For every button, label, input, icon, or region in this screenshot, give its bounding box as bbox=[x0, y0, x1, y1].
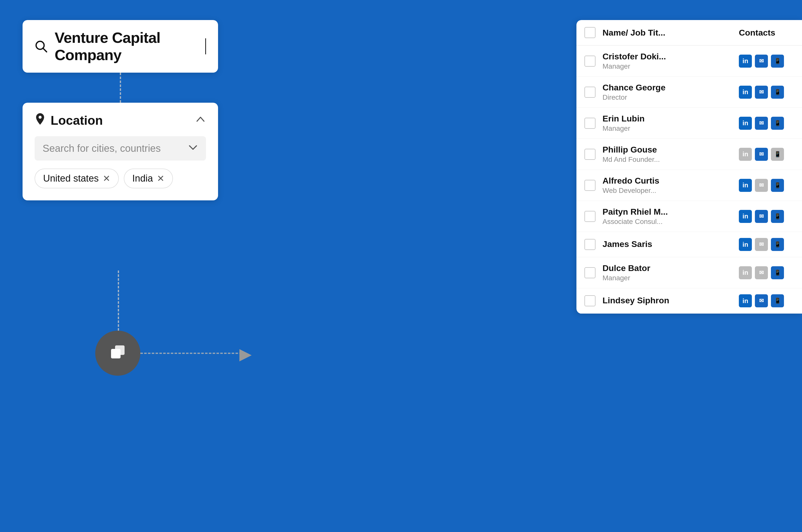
email-icon[interactable]: ✉ bbox=[755, 210, 768, 223]
contact-name: Alfredo Curtis bbox=[602, 176, 732, 186]
row-info: Dulce Bator Manager bbox=[602, 263, 732, 282]
location-header-left: Location bbox=[35, 113, 103, 128]
linkedin-icon[interactable]: in bbox=[739, 86, 752, 99]
row-checkbox[interactable] bbox=[584, 87, 596, 98]
contact-name: Dulce Bator bbox=[602, 263, 732, 273]
phone-icon[interactable]: 📱 bbox=[771, 55, 784, 68]
email-icon[interactable]: ✉ bbox=[755, 117, 768, 130]
tag-united-states[interactable]: United states ✕ bbox=[35, 169, 119, 188]
phone-icon[interactable]: 📱 bbox=[771, 266, 784, 279]
chevron-up-icon[interactable] bbox=[195, 114, 206, 127]
linkedin-icon[interactable]: in bbox=[739, 294, 752, 307]
location-title: Location bbox=[51, 113, 103, 128]
contact-name: James Saris bbox=[602, 239, 732, 249]
row-checkbox[interactable] bbox=[584, 118, 596, 129]
linkedin-icon[interactable]: in bbox=[739, 117, 752, 130]
linkedin-icon[interactable]: in bbox=[739, 238, 752, 251]
contact-icons: in ✉ 📱 bbox=[739, 238, 794, 251]
contact-title: Manager bbox=[602, 125, 732, 133]
search-icon bbox=[35, 40, 48, 53]
table-row: Lindsey Siphron in ✉ 📱 bbox=[576, 288, 802, 314]
linkedin-icon[interactable]: in bbox=[739, 55, 752, 68]
row-info: Alfredo Curtis Web Developer... bbox=[602, 176, 732, 195]
dashed-line-v1 bbox=[120, 73, 121, 103]
row-checkbox[interactable] bbox=[584, 56, 596, 66]
contact-title: Manager bbox=[602, 274, 732, 282]
chevron-down-icon bbox=[188, 142, 198, 154]
phone-icon[interactable]: 📱 bbox=[771, 179, 784, 192]
table-row: Erin Lubin Manager in ✉ 📱 bbox=[576, 108, 802, 139]
contact-name: Phillip Gouse bbox=[602, 145, 732, 154]
cursor bbox=[205, 38, 206, 54]
contact-icons: in ✉ 📱 bbox=[739, 148, 794, 161]
location-search-placeholder: Search for cities, countries bbox=[43, 143, 161, 154]
row-checkbox[interactable] bbox=[584, 295, 596, 306]
col-contacts-header: Contacts bbox=[739, 28, 794, 38]
row-info: Lindsey Siphron bbox=[602, 296, 732, 306]
svg-rect-3 bbox=[115, 345, 125, 355]
contact-icons: in ✉ 📱 bbox=[739, 210, 794, 223]
linkedin-icon[interactable]: in bbox=[739, 179, 752, 192]
phone-icon[interactable]: 📱 bbox=[771, 117, 784, 130]
table-row: Cristofer Doki... Manager in ✉ 📱 bbox=[576, 45, 802, 77]
header-select-all-checkbox[interactable] bbox=[584, 27, 596, 38]
contact-icons: in ✉ 📱 bbox=[739, 266, 794, 279]
table-row: James Saris in ✉ 📱 bbox=[576, 232, 802, 257]
row-info: Cristofer Doki... Manager bbox=[602, 52, 732, 70]
phone-icon[interactable]: 📱 bbox=[771, 86, 784, 99]
row-checkbox[interactable] bbox=[584, 149, 596, 160]
location-tags: United states ✕ India ✕ bbox=[35, 169, 206, 188]
contact-title: Md And Founder... bbox=[602, 155, 732, 164]
row-info: Phillip Gouse Md And Founder... bbox=[602, 145, 732, 164]
row-checkbox[interactable] bbox=[584, 211, 596, 222]
connector-search-to-location bbox=[22, 73, 218, 103]
phone-icon[interactable]: 📱 bbox=[771, 210, 784, 223]
linkedin-icon-inactive[interactable]: in bbox=[739, 148, 752, 161]
table-row: Alfredo Curtis Web Developer... in ✉ 📱 bbox=[576, 170, 802, 201]
email-icon[interactable]: ✉ bbox=[755, 86, 768, 99]
contact-title: Associate Consul... bbox=[602, 218, 732, 226]
phone-icon-inactive[interactable]: 📱 bbox=[771, 148, 784, 161]
row-checkbox[interactable] bbox=[584, 267, 596, 278]
tag-india[interactable]: India ✕ bbox=[124, 169, 173, 188]
contact-icons: in ✉ 📱 bbox=[739, 55, 794, 68]
tag-united-states-remove[interactable]: ✕ bbox=[103, 174, 110, 183]
tag-india-remove[interactable]: ✕ bbox=[157, 174, 164, 183]
location-card-header: Location bbox=[35, 113, 206, 128]
contact-name: Chance George bbox=[602, 83, 732, 92]
arrow-right-icon: ▶ bbox=[239, 346, 251, 362]
email-icon[interactable]: ✉ bbox=[755, 55, 768, 68]
email-icon-inactive[interactable]: ✉ bbox=[755, 238, 768, 251]
table-row: Dulce Bator Manager in ✉ 📱 bbox=[576, 257, 802, 288]
tag-india-label: India bbox=[132, 173, 153, 184]
linkedin-icon[interactable]: in bbox=[739, 210, 752, 223]
contact-icons: in ✉ 📱 bbox=[739, 294, 794, 307]
row-checkbox[interactable] bbox=[584, 180, 596, 191]
svg-line-1 bbox=[43, 48, 46, 52]
table-header: Name/ Job Tit... Contacts bbox=[576, 20, 802, 45]
row-checkbox[interactable] bbox=[584, 239, 596, 250]
location-search-bar[interactable]: Search for cities, countries bbox=[35, 136, 206, 160]
contact-name: Lindsey Siphron bbox=[602, 296, 732, 305]
pin-icon bbox=[35, 113, 45, 128]
search-input-value[interactable]: Venture Capital Company bbox=[55, 29, 198, 64]
contact-icons: in ✉ 📱 bbox=[739, 179, 794, 192]
location-filter-card: Location Search for cities, countries Un… bbox=[22, 103, 218, 201]
contact-name: Paityn Rhiel M... bbox=[602, 207, 732, 217]
email-icon-inactive[interactable]: ✉ bbox=[755, 266, 768, 279]
contact-name: Cristofer Doki... bbox=[602, 52, 732, 61]
email-icon-inactive[interactable]: ✉ bbox=[755, 179, 768, 192]
contact-title: Director bbox=[602, 93, 732, 101]
phone-icon[interactable]: 📱 bbox=[771, 238, 784, 251]
phone-icon[interactable]: 📱 bbox=[771, 294, 784, 307]
email-icon[interactable]: ✉ bbox=[755, 148, 768, 161]
left-panel: Venture Capital Company Location Se bbox=[20, 20, 221, 201]
table-row: Chance George Director in ✉ 📱 bbox=[576, 77, 802, 108]
email-icon[interactable]: ✉ bbox=[755, 294, 768, 307]
linkedin-icon-inactive[interactable]: in bbox=[739, 266, 752, 279]
action-circle-icon[interactable] bbox=[95, 330, 141, 376]
contact-icons: in ✉ 📱 bbox=[739, 117, 794, 130]
row-info: Paityn Rhiel M... Associate Consul... bbox=[602, 207, 732, 226]
contact-title: Web Developer... bbox=[602, 187, 732, 195]
table-row: Paityn Rhiel M... Associate Consul... in… bbox=[576, 201, 802, 232]
